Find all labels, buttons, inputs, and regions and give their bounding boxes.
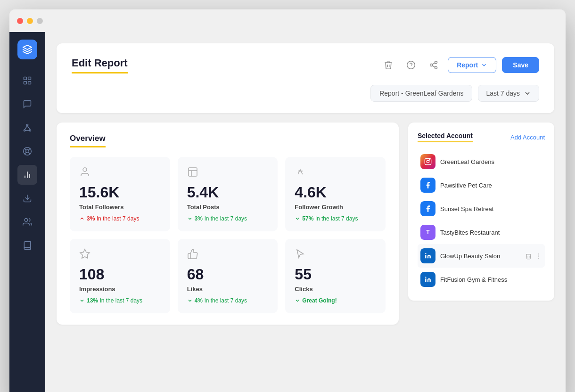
account-item-tastybites[interactable]: T TastyBites Restaurant: [418, 220, 545, 244]
posts-change: 3% in the last 7 days: [187, 215, 269, 222]
svg-point-43: [425, 277, 426, 278]
metric-clicks: 55 Clicks Great Going!: [285, 239, 386, 313]
svg-point-39: [538, 253, 539, 254]
svg-point-41: [538, 257, 539, 258]
posts-icon: [187, 166, 269, 180]
account-item-fitfusion[interactable]: FitFusion Gym & Fitness: [418, 268, 545, 291]
svg-rect-0: [24, 77, 27, 80]
sidebar: [9, 32, 45, 392]
filter-period-dropdown[interactable]: Last 7 days: [478, 85, 539, 102]
close-dot[interactable]: [17, 18, 23, 24]
impressions-icon: [79, 248, 161, 261]
more-options-icon[interactable]: [535, 253, 542, 260]
svg-rect-42: [425, 278, 426, 282]
svg-point-11: [26, 150, 29, 153]
svg-line-8: [27, 126, 30, 130]
svg-point-21: [407, 61, 415, 69]
accounts-header: Selected Account Add Account: [418, 132, 545, 142]
metric-total-posts: 5.4K Total Posts 3% in the last 7 days: [178, 157, 278, 231]
clicks-change: Great Going!: [295, 297, 376, 304]
svg-line-27: [432, 63, 435, 64]
accounts-card: Selected Account Add Account GreenLeaf G…: [408, 122, 554, 301]
svg-point-25: [435, 66, 437, 69]
account-item-sunset[interactable]: Sunset Spa Retreat: [418, 197, 545, 220]
sidebar-item-dashboard[interactable]: [17, 71, 37, 90]
svg-line-12: [25, 148, 26, 150]
account-avatar-greenleaf: [420, 154, 435, 169]
svg-line-7: [25, 126, 27, 130]
add-account-button[interactable]: Add Account: [510, 134, 545, 141]
sidebar-item-messages[interactable]: [17, 94, 37, 114]
app-body: Edit Report: [9, 32, 566, 392]
impressions-label: Impressions: [79, 286, 161, 293]
svg-point-28: [83, 168, 87, 172]
sidebar-logo[interactable]: [17, 40, 37, 59]
svg-rect-37: [425, 255, 426, 258]
sidebar-item-library[interactable]: [17, 236, 37, 255]
growth-change: 57% in the last 7 days: [295, 215, 376, 222]
report-card: Edit Report: [57, 43, 554, 113]
svg-point-24: [430, 64, 433, 66]
account-avatar-tastybites: T: [420, 225, 435, 240]
account-avatar-fitfusion: [420, 272, 435, 287]
delete-button[interactable]: [380, 57, 397, 74]
impressions-change: 13% in the last 7 days: [79, 297, 161, 304]
svg-line-14: [28, 148, 30, 150]
zoom-dot[interactable]: [37, 18, 43, 24]
followers-change: 3% in the last 7 days: [79, 215, 161, 222]
svg-line-26: [432, 65, 435, 67]
svg-point-23: [435, 61, 437, 64]
sidebar-item-audience[interactable]: [17, 212, 37, 232]
account-avatar-pawsitive: [420, 178, 435, 193]
account-name-glowup: GlowUp Beauty Salon: [440, 253, 520, 260]
posts-label: Total Posts: [187, 204, 269, 211]
save-button[interactable]: Save: [502, 57, 539, 73]
likes-value: 68: [187, 266, 269, 283]
clicks-label: Clicks: [295, 286, 376, 293]
report-button[interactable]: Report: [448, 57, 496, 73]
likes-icon: [187, 248, 269, 261]
svg-point-4: [26, 124, 28, 126]
growth-icon: [295, 166, 376, 180]
app-window: Edit Report: [9, 9, 566, 392]
svg-point-40: [538, 255, 539, 256]
sidebar-item-download[interactable]: [17, 188, 37, 208]
filter-account-label: Report - GreenLeaf Gardens: [370, 85, 472, 102]
metric-impressions: 108 Impressions 13% in the last 7 days: [70, 239, 170, 313]
bottom-row: Overview 15.6K Total Followers: [57, 122, 554, 325]
svg-rect-29: [189, 168, 197, 176]
followers-value: 15.6K: [79, 184, 161, 201]
account-actions-glowup: [525, 253, 542, 260]
account-name-sunset: Sunset Spa Retreat: [440, 205, 542, 212]
account-avatar-sunset: [420, 201, 435, 216]
overview-title: Overview: [70, 134, 106, 147]
account-name-greenleaf: GreenLeaf Gardens: [440, 158, 542, 165]
svg-rect-1: [28, 77, 31, 80]
accounts-title: Selected Account: [418, 132, 473, 142]
account-name-tastybites: TastyBites Restaurant: [440, 229, 542, 236]
likes-label: Likes: [187, 286, 269, 293]
sidebar-item-network[interactable]: [17, 118, 37, 138]
report-header: Edit Report: [72, 57, 539, 74]
svg-rect-3: [28, 82, 31, 84]
account-item-greenleaf[interactable]: GreenLeaf Gardens: [418, 150, 545, 173]
svg-line-13: [28, 152, 30, 154]
report-filters: Report - GreenLeaf Gardens Last 7 days: [72, 85, 539, 102]
growth-value: 4.6K: [295, 184, 376, 201]
svg-point-35: [427, 160, 429, 163]
minimize-dot[interactable]: [27, 18, 33, 24]
metrics-grid: 15.6K Total Followers 3% in the last 7 d…: [70, 157, 386, 313]
clicks-icon: [295, 248, 376, 261]
delete-account-icon[interactable]: [525, 253, 532, 260]
help-button[interactable]: [402, 57, 419, 74]
svg-point-36: [429, 160, 430, 160]
svg-line-15: [25, 152, 26, 154]
main-content: Edit Report: [45, 32, 566, 392]
sidebar-item-analytics[interactable]: [17, 165, 37, 185]
svg-rect-2: [24, 82, 27, 84]
share-button[interactable]: [425, 57, 442, 74]
account-item-glowup[interactable]: GlowUp Beauty Salon: [418, 244, 545, 268]
account-item-pawsitive[interactable]: Pawsitive Pet Care: [418, 173, 545, 197]
svg-rect-34: [425, 158, 431, 164]
sidebar-item-support[interactable]: [17, 141, 37, 161]
